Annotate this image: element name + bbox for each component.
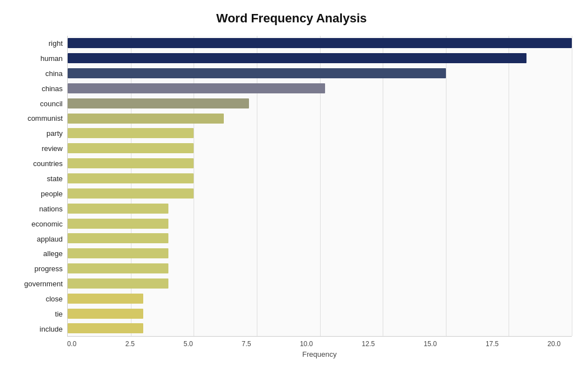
bar-row [68,277,572,290]
bar [68,173,194,183]
bar-row [68,232,572,244]
bar-row [68,247,572,259]
x-axis-label: 17.5 [486,340,499,348]
bar [68,278,168,289]
bar-row [68,292,572,305]
bar [68,53,526,63]
y-axis-label: applaud [37,235,63,243]
x-axis-label: 7.5 [242,340,251,348]
y-axis-label: right [49,40,63,47]
y-axis: righthumanchinachinascouncilcommunistpar… [11,36,67,337]
bar [68,83,325,93]
bar [68,68,446,78]
bar-row [68,142,572,154]
x-axis-label: 5.0 [184,340,193,348]
bar [68,248,168,258]
x-axis-label: 10.0 [300,340,313,348]
x-axis-label: 12.5 [362,340,375,348]
bar [68,233,168,243]
bar-row [68,187,572,200]
chart-container: Word Frequency Analysis righthumanchinac… [0,0,583,392]
y-axis-label: progress [34,265,63,272]
y-axis-label: people [41,190,63,197]
y-axis-label: communist [27,115,63,122]
y-axis-label: chinas [41,85,63,92]
y-axis-label: countries [33,160,63,167]
grid-line [383,36,383,336]
bar-row [68,172,572,185]
x-axis-label: 2.5 [125,340,135,348]
bar [68,219,168,229]
x-axis: 0.02.55.07.510.012.515.017.520.0 [67,337,572,348]
bar-row [68,202,572,215]
bar-row [68,37,572,49]
grid-line [446,36,446,336]
bar [68,323,143,333]
y-axis-label: government [24,280,63,287]
y-axis-label: human [40,55,63,62]
bar [68,263,168,273]
bars-area [67,36,572,337]
bottom-section: 0.02.55.07.510.012.515.017.520.0 Frequen… [11,337,572,358]
x-axis-label: 15.0 [424,340,436,348]
x-axis-label: 0.0 [67,340,77,348]
bar [68,294,143,304]
chart-title: Word Frequency Analysis [11,11,572,26]
bar [68,309,143,319]
grid-line [572,36,572,336]
grid-line [131,36,131,336]
y-axis-label: council [40,100,63,107]
bar [68,38,572,48]
y-axis-label: china [45,70,63,77]
bar [68,143,194,153]
y-axis-label: review [41,145,63,152]
bar-row [68,67,572,79]
y-axis-label: state [47,175,63,182]
bar-row [68,112,572,125]
bar-row [68,52,572,64]
grid-line [509,36,509,336]
bar-row [68,82,572,95]
bar [68,114,224,124]
grid-line [320,36,321,336]
y-axis-label: nations [39,205,63,212]
y-axis-label: close [46,295,63,303]
bar [68,98,249,108]
x-axis-title: Frequency [67,350,572,358]
y-axis-label: tie [55,310,63,318]
bar [68,158,194,168]
bar-row [68,127,572,139]
chart-area: righthumanchinachinascouncilcommunistpar… [11,36,572,337]
y-axis-label: party [46,130,63,137]
grid-line [257,36,257,336]
bar [68,188,194,199]
bar-row [68,218,572,230]
grid-line [194,36,194,336]
y-axis-label: allege [43,250,63,257]
bar-row [68,97,572,110]
bar-row [68,262,572,275]
bar-row [68,308,572,320]
bar [68,128,194,138]
bar-row [68,157,572,169]
bar-row [68,322,572,334]
y-axis-label: include [40,325,63,333]
bar [68,204,168,214]
x-axis-label: 20.0 [548,340,561,348]
y-axis-label: economic [31,220,63,228]
